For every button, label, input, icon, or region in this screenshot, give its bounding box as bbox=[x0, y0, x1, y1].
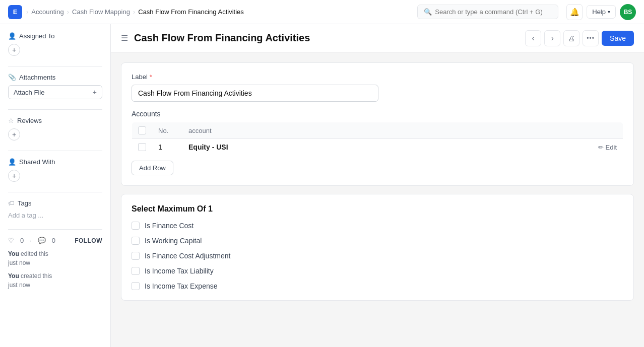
add-review-button[interactable]: + bbox=[8, 128, 20, 141]
tag-icon: 🏷 bbox=[8, 199, 15, 207]
shared-with-section: 👤 Shared With + bbox=[8, 158, 102, 182]
select-all-checkbox[interactable] bbox=[138, 126, 146, 134]
avatar[interactable]: BS bbox=[620, 4, 636, 20]
help-label: Help bbox=[592, 8, 606, 16]
checkbox-list: Is Finance Cost Is Working Capital Is Fi… bbox=[132, 222, 623, 290]
income-tax-liability-checkbox[interactable] bbox=[132, 267, 140, 275]
breadcrumb-accounting[interactable]: Accounting bbox=[31, 8, 63, 16]
likes-count: 0 bbox=[20, 237, 24, 244]
next-button[interactable]: › bbox=[544, 30, 560, 46]
checkbox-item-income-tax-liability[interactable]: Is Income Tax Liability bbox=[132, 267, 623, 275]
tags-header: 🏷 Tags bbox=[8, 199, 102, 207]
reviews-header: ☆ Reviews bbox=[8, 117, 102, 124]
table-header-no: No. bbox=[152, 122, 182, 139]
stats-row: ♡ 0 · 💬 0 FOLLOW bbox=[8, 237, 102, 244]
bell-icon: 🔔 bbox=[570, 8, 579, 17]
heart-icon: ♡ bbox=[8, 237, 14, 244]
search-bar[interactable]: 🔍 bbox=[417, 5, 558, 19]
breadcrumb-sep-0: › bbox=[26, 8, 28, 16]
checkbox-item-working-capital[interactable]: Is Working Capital bbox=[132, 237, 623, 245]
star-icon: ☆ bbox=[8, 117, 14, 124]
chevron-down-icon: ▾ bbox=[608, 9, 610, 15]
sidebar: 👤 Assigned To + 📎 Attachments Attach Fil… bbox=[0, 24, 111, 347]
add-assigned-button[interactable]: + bbox=[8, 44, 20, 56]
topnav-actions: 🔔 Help ▾ BS bbox=[566, 4, 636, 20]
comments-count: 0 bbox=[52, 237, 55, 244]
prev-button[interactable]: ‹ bbox=[525, 30, 541, 46]
user-icon: 👤 bbox=[8, 32, 16, 40]
more-icon: ••• bbox=[587, 35, 595, 42]
dot-separator: · bbox=[30, 237, 32, 244]
label-field-label: Label * bbox=[132, 73, 623, 81]
search-icon: 🔍 bbox=[424, 8, 432, 16]
activity-1: You edited thisjust now bbox=[8, 249, 102, 267]
label-input[interactable] bbox=[132, 85, 378, 102]
row-checkbox[interactable] bbox=[138, 143, 146, 151]
tag-placeholder[interactable]: Add a tag ... bbox=[8, 212, 43, 219]
breadcrumb: › Accounting › Cash Flow Mapping › Cash … bbox=[26, 8, 244, 16]
label-accounts-card: Label * Accounts No. account bbox=[121, 62, 634, 186]
breadcrumb-sep-1: › bbox=[67, 8, 69, 16]
select-max-title: Select Maximum Of 1 bbox=[132, 204, 623, 214]
header-actions: ‹ › 🖨 ••• Save bbox=[525, 30, 634, 46]
tags-label: Tags bbox=[18, 199, 31, 207]
attach-file-button[interactable]: Attach File + bbox=[8, 85, 102, 99]
reviews-section: ☆ Reviews + bbox=[8, 117, 102, 141]
edit-icon: ✏ bbox=[598, 144, 604, 151]
search-input[interactable] bbox=[435, 8, 552, 16]
app-logo[interactable]: E bbox=[8, 5, 22, 19]
save-button[interactable]: Save bbox=[602, 31, 634, 46]
finance-cost-checkbox[interactable] bbox=[132, 222, 140, 230]
page-layout: 👤 Assigned To + 📎 Attachments Attach Fil… bbox=[0, 24, 644, 347]
reviews-label: Reviews bbox=[17, 117, 42, 124]
notifications-button[interactable]: 🔔 bbox=[566, 4, 583, 20]
attachments-label: Attachments bbox=[19, 74, 55, 81]
add-shared-button[interactable]: + bbox=[8, 170, 20, 182]
income-tax-expense-label: Is Income Tax Expense bbox=[145, 282, 217, 290]
menu-icon[interactable]: ☰ bbox=[121, 33, 128, 43]
topnav: E › Accounting › Cash Flow Mapping › Cas… bbox=[0, 0, 644, 24]
activity-2: You created thisjust now bbox=[8, 271, 102, 290]
print-button[interactable]: 🖨 bbox=[563, 30, 579, 46]
breadcrumb-current: Cash Flow From Financing Activities bbox=[138, 8, 244, 16]
working-capital-checkbox[interactable] bbox=[132, 237, 140, 245]
accounts-table: No. account 1 Equity - USI bbox=[132, 122, 623, 156]
select-max-card: Select Maximum Of 1 Is Finance Cost Is W… bbox=[121, 194, 634, 301]
breadcrumb-cash-flow-mapping[interactable]: Cash Flow Mapping bbox=[72, 8, 130, 16]
main-content: ☰ Cash Flow From Financing Activities ‹ … bbox=[111, 24, 644, 347]
page-header: ☰ Cash Flow From Financing Activities ‹ … bbox=[111, 24, 644, 52]
checkbox-item-finance-cost-adj[interactable]: Is Finance Cost Adjustment bbox=[132, 252, 623, 260]
checkbox-item-income-tax-expense[interactable]: Is Income Tax Expense bbox=[132, 282, 623, 290]
edit-button[interactable]: ✏ Edit bbox=[598, 144, 617, 151]
more-button[interactable]: ••• bbox=[583, 30, 599, 46]
row-no: 1 bbox=[152, 139, 182, 156]
attachments-header: 📎 Attachments bbox=[8, 74, 102, 81]
print-icon: 🖨 bbox=[568, 34, 575, 42]
checkbox-item-finance-cost[interactable]: Is Finance Cost bbox=[132, 222, 623, 230]
finance-cost-adj-checkbox[interactable] bbox=[132, 252, 140, 260]
content-area: Label * Accounts No. account bbox=[111, 52, 644, 311]
row-account: Equity - USI ✏ Edit bbox=[182, 139, 623, 156]
assigned-to-section: 👤 Assigned To + bbox=[8, 32, 102, 56]
paperclip-icon: 📎 bbox=[8, 74, 16, 81]
shared-with-label: Shared With bbox=[19, 158, 55, 166]
help-button[interactable]: Help ▾ bbox=[587, 5, 616, 19]
shared-with-header: 👤 Shared With bbox=[8, 158, 102, 166]
label-text: Label bbox=[132, 73, 148, 81]
income-tax-liability-label: Is Income Tax Liability bbox=[145, 267, 214, 275]
page-title: Cash Flow From Financing Activities bbox=[134, 32, 310, 44]
follow-button[interactable]: FOLLOW bbox=[75, 237, 102, 244]
tags-section: 🏷 Tags Add a tag ... bbox=[8, 199, 102, 219]
assigned-to-header: 👤 Assigned To bbox=[8, 32, 102, 40]
table-header-checkbox bbox=[132, 122, 153, 139]
comment-icon: 💬 bbox=[38, 237, 46, 244]
finance-cost-adj-label: Is Finance Cost Adjustment bbox=[145, 252, 230, 260]
income-tax-expense-checkbox[interactable] bbox=[132, 282, 140, 290]
required-indicator: * bbox=[150, 73, 152, 81]
accounts-section-label: Accounts bbox=[132, 110, 623, 118]
row-checkbox-cell bbox=[132, 139, 153, 156]
account-name: Equity - USI bbox=[188, 143, 228, 151]
finance-cost-label: Is Finance Cost bbox=[145, 222, 194, 230]
attach-file-label: Attach File bbox=[14, 89, 44, 96]
add-row-button[interactable]: Add Row bbox=[132, 161, 173, 175]
